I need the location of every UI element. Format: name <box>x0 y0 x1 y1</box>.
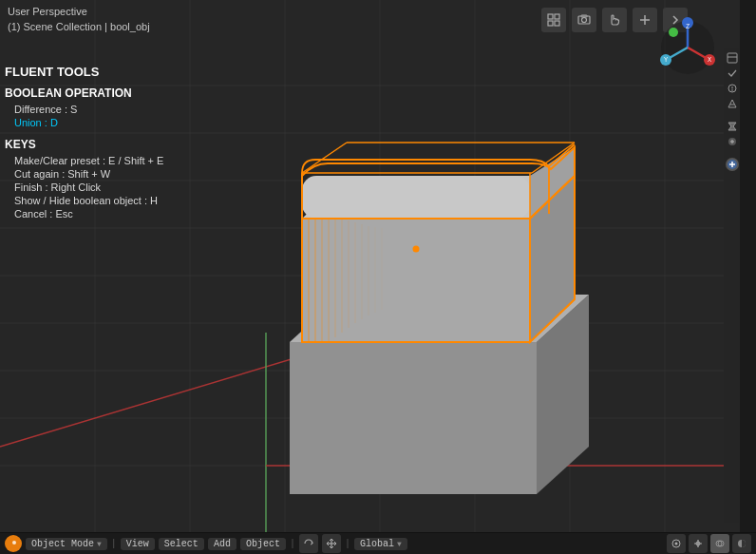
axis-gizmo[interactable]: Z X Y <box>654 10 721 76</box>
add-menu-button[interactable]: Add <box>208 538 236 550</box>
separator-1: | <box>111 539 117 549</box>
svg-text:Z: Z <box>686 23 690 30</box>
rotate-icon[interactable] <box>299 534 318 553</box>
right-panel-icon-3[interactable] <box>726 82 739 95</box>
fluent-title: FLUENT TOOLS <box>5 65 163 79</box>
shading-icon[interactable] <box>732 534 751 553</box>
grid-icon[interactable] <box>541 8 566 32</box>
right-panel-icon-7[interactable] <box>726 158 739 171</box>
right-panel-icon-5[interactable] <box>726 120 739 133</box>
select-menu-button[interactable]: Select <box>159 538 204 550</box>
svg-rect-26 <box>302 176 530 219</box>
object-menu-button[interactable]: Object <box>240 538 286 550</box>
camera-icon[interactable] <box>572 8 596 32</box>
perspective-label: User Perspective <box>8 6 87 17</box>
svg-point-78 <box>675 543 678 545</box>
hand-icon[interactable] <box>602 8 627 32</box>
key-cut-again: Cut again : Shift + W <box>14 168 163 180</box>
object-mode-button[interactable]: Object Mode ▼ <box>26 538 107 550</box>
right-panel-icon-1[interactable] <box>726 51 739 65</box>
svg-rect-45 <box>555 14 559 19</box>
difference-op: Difference : S <box>14 104 163 115</box>
key-cancel: Cancel : Esc <box>14 208 163 220</box>
key-make-clear: Make/Clear preset : E / Shift + E <box>14 155 163 166</box>
boolean-section-title: BOOLEAN OPERATION <box>5 86 163 100</box>
key-finish: Finish : Right Click <box>14 181 163 193</box>
right-panel-icon-4[interactable] <box>726 97 739 110</box>
svg-point-74 <box>12 541 16 544</box>
svg-rect-44 <box>548 14 553 19</box>
bottom-bar: Object Mode ▼ | View Select Add Object |… <box>0 532 756 554</box>
svg-marker-20 <box>290 342 537 494</box>
move-icon[interactable] <box>322 534 341 553</box>
svg-rect-46 <box>548 21 553 26</box>
union-op: Union : D <box>14 117 163 128</box>
global-button[interactable]: Global ▼ <box>354 538 407 550</box>
svg-point-68 <box>731 89 733 91</box>
overlay-panel: FLUENT TOOLS BOOLEAN OPERATION Differenc… <box>5 65 163 221</box>
svg-rect-47 <box>555 21 559 26</box>
overlay-icon[interactable] <box>710 534 729 553</box>
svg-point-49 <box>582 18 587 23</box>
key-show-hide: Show / Hide boolean object : H <box>14 195 163 206</box>
right-panel-icon-6[interactable] <box>726 135 739 148</box>
scene-collection-label: (1) Scene Collection | bool_obj <box>8 21 150 32</box>
proportional-editing-icon[interactable] <box>667 534 686 553</box>
svg-rect-64 <box>728 53 737 63</box>
svg-marker-23 <box>302 219 530 342</box>
snap-icon[interactable] <box>689 534 708 553</box>
right-panel <box>724 48 740 523</box>
viewport-3d[interactable]: User Perspective (1) Scene Collection | … <box>0 0 740 532</box>
view-menu-button[interactable]: View <box>121 538 155 550</box>
right-panel-icon-2[interactable] <box>726 67 739 80</box>
separator-2: | <box>290 539 295 549</box>
object-mode-arrow: ▼ <box>97 540 102 548</box>
separator-3: | <box>345 539 350 549</box>
blender-logo <box>5 535 22 552</box>
svg-point-43 <box>413 246 420 253</box>
keys-section-title: KEYS <box>5 138 163 151</box>
global-arrow: ▼ <box>397 540 402 548</box>
svg-point-63 <box>669 28 678 37</box>
